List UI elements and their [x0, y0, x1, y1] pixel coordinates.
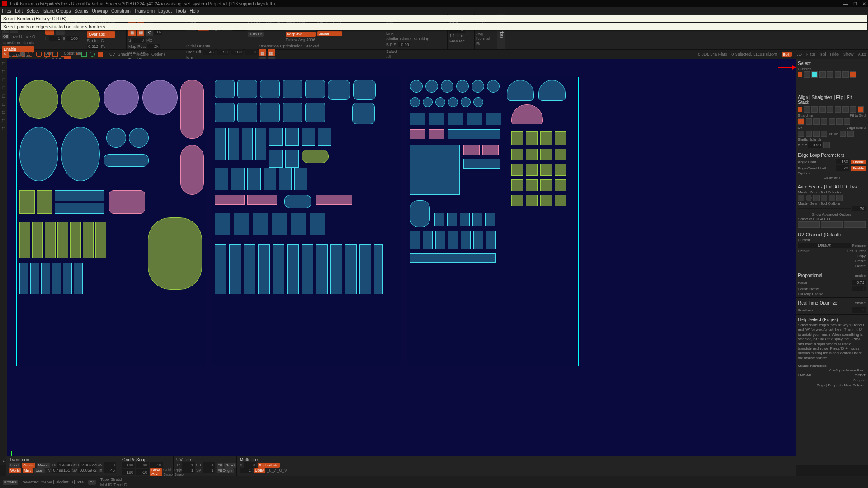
mtile-panel-title: Multi-Tile [240, 457, 288, 462]
app-icon [2, 1, 7, 6]
shape-8-icon[interactable] [81, 52, 87, 57]
menu-constrain[interactable]: Constrain [111, 9, 131, 14]
shape-circle-icon[interactable] [20, 52, 25, 57]
left-toolbox: ▢ ▢ ▢ ▢ ▢ ▢ ▢ ▢ ▢ ▸ [0, 59, 7, 465]
menu-seams[interactable]: Seams [74, 9, 88, 14]
shape-7-icon[interactable] [61, 52, 66, 57]
menu-island-groups[interactable]: Island Groups [42, 9, 71, 14]
menu-tools[interactable]: Tools [175, 9, 186, 14]
shape-cube-icon[interactable] [36, 52, 42, 57]
sel-chip-4[interactable] [819, 71, 826, 78]
lt-ana[interactable]: ▢ [0, 100, 7, 108]
sel-chip-6[interactable] [835, 71, 841, 78]
minimize-icon[interactable]: — [843, 1, 848, 6]
maximize-icon[interactable]: ☐ [853, 1, 857, 6]
lt-defo[interactable]: ▢ [0, 76, 7, 83]
menu-select[interactable]: Select [26, 9, 39, 14]
lt-uv[interactable]: ▢ [0, 117, 7, 124]
menu-layout[interactable]: Layout [158, 9, 172, 14]
uvtile-panel-title: UV Tile [176, 457, 234, 462]
uvchan-title: UV Channel (Default) [798, 231, 866, 238]
grid-panel-title: Grid & Snap [122, 457, 170, 462]
lt-isol[interactable]: ▢ [0, 125, 7, 132]
lt-arrow-icon[interactable]: ▸ [0, 457, 7, 465]
oo-icon1[interactable]: ▦ [259, 49, 266, 56]
transform-islands-label: Transform Islands [2, 41, 34, 45]
edgeloop-title: Edge Loop Parameters [798, 152, 866, 159]
selection-count: Selected: 25099 | Hidden: 0 | Tota [23, 480, 84, 484]
autoseams-title: Auto Seams | Full AUTO UVs [798, 183, 866, 190]
help-title: Help Select (Edges) [798, 316, 866, 323]
menu-bar: Files Edit Select Island Groups Seams Un… [0, 7, 868, 14]
menu-unwrap[interactable]: Unwrap [92, 9, 108, 14]
shape-6-icon[interactable] [52, 52, 58, 57]
uv-tile-2 [407, 77, 579, 366]
overlaps-button[interactable]: Overlaps [87, 31, 115, 38]
rto-title: Real Time Optimize [798, 300, 837, 306]
shape-sphere-icon[interactable] [28, 52, 33, 57]
align-title: Align | Straighten | Flip | Fit | Stack [798, 94, 866, 106]
shape-9-icon[interactable] [90, 52, 95, 57]
menu-files[interactable]: Files [2, 9, 11, 14]
lt-displ[interactable]: ▢ [0, 108, 7, 116]
window-title: E:/Artstation ads/Spider5.fbx - RizomUV … [10, 1, 275, 6]
uv-viewport[interactable] [7, 59, 796, 465]
edges-mode[interactable]: EDGES [3, 480, 18, 485]
lt-mani[interactable]: ▢ [0, 68, 7, 75]
right-panel: Select Classics Select Borders (Hotkey: … [796, 59, 868, 465]
uv-tile-0 [16, 77, 206, 366]
menu-transform[interactable]: Transform [134, 9, 155, 14]
lt-optio[interactable]: ▢ [0, 92, 7, 99]
close-icon[interactable]: ✕ [863, 1, 866, 6]
uv-tile-1 [212, 77, 401, 366]
select-tool-icon[interactable]: ↖ [2, 51, 9, 58]
shape-5-icon[interactable] [44, 52, 50, 57]
off-button[interactable]: Off [2, 34, 9, 39]
shape-10-icon[interactable] [98, 52, 103, 57]
shape-square-icon[interactable] [12, 52, 17, 57]
sel-chip-7[interactable] [842, 71, 849, 78]
sel-border-chip[interactable] [811, 71, 818, 78]
prop-title: Proportional [798, 272, 822, 279]
sel-chip-8[interactable] [850, 71, 856, 78]
menu-help[interactable]: Help [189, 9, 199, 14]
select-title: Select [798, 60, 866, 67]
sel-chip-2[interactable] [804, 71, 810, 78]
sel-chip-1[interactable] [798, 72, 802, 77]
transform-panel-title: Transform [9, 457, 116, 462]
oo-icon2[interactable]: ▦ [268, 49, 275, 56]
lt-prim[interactable]: ▢ [0, 60, 7, 67]
sel-chip-5[interactable] [827, 71, 833, 78]
lt-grou[interactable]: ▢ [0, 84, 7, 91]
menu-edit[interactable]: Edit [15, 9, 23, 14]
